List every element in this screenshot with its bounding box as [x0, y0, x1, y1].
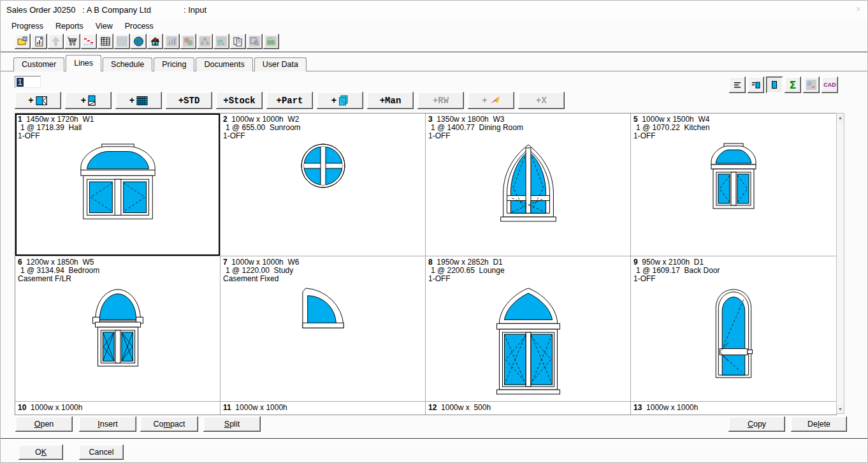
add-man-button[interactable]: +Man	[367, 92, 414, 109]
search-grid-icon[interactable]	[247, 34, 263, 49]
toolbar	[15, 34, 279, 50]
line-cell-13[interactable]: 13 1000w x 1000h	[631, 402, 836, 415]
grid-scrollbar[interactable]: ▲ ▼	[836, 113, 844, 414]
add-stock-button[interactable]: +Stock	[216, 92, 263, 109]
add-x-button[interactable]: +X	[518, 92, 565, 109]
mixed-view-icon	[806, 80, 816, 90]
line-cell-1[interactable]: 1 1450w x 1720h W1 1 @ 1718.39 Hall 1-OF…	[15, 114, 221, 256]
pie-chart-icon[interactable]	[180, 34, 196, 49]
line-cell-6[interactable]: 6 1200w x 1850h W5 1 @ 3134.94 Bedroom C…	[15, 256, 221, 402]
delivery-icon[interactable]	[213, 34, 229, 49]
window-drawing-arched-single-door	[631, 286, 836, 381]
line-cell-11[interactable]: 11 1000w x 1000h	[221, 402, 426, 415]
window-picture-icon	[769, 80, 779, 90]
compact-button[interactable]: Compact	[140, 416, 198, 432]
add-std-button[interactable]: +STD	[166, 92, 212, 109]
menu-bar: Progress Reports View Process	[1, 18, 868, 33]
house-icon[interactable]	[147, 34, 163, 49]
toolbar-separator	[1, 52, 867, 54]
chart-icon[interactable]	[164, 34, 180, 49]
open-button[interactable]: Open	[15, 416, 73, 432]
dialog-separator	[1, 438, 867, 441]
insert-button[interactable]: Insert	[79, 416, 136, 432]
tab-pricing[interactable]: Pricing	[154, 57, 194, 71]
casement-window-icon	[36, 96, 48, 106]
line-cell-5[interactable]: 5 1000w x 1500h W4 1 @ 1070.22 Kitchen 1…	[631, 114, 836, 256]
tab-schedule[interactable]: Schedule	[103, 57, 152, 71]
tab-user-data[interactable]: User Data	[254, 57, 307, 71]
window-drawing-semicircle-arch-casement	[15, 286, 220, 371]
line-cell-8[interactable]: 8 1950w x 2852h D1 1 @ 2200.65 Lounge 1-…	[426, 256, 631, 402]
menu-reports[interactable]: Reports	[50, 20, 90, 33]
line-cell-10[interactable]: 10 1000w x 1000h	[15, 402, 221, 415]
tab-documents[interactable]: Documents	[196, 57, 252, 71]
vertical-window-icon	[88, 95, 96, 106]
cancel-button[interactable]: Cancel	[79, 445, 124, 460]
network-icon[interactable]	[197, 34, 213, 49]
menu-process[interactable]: Process	[119, 20, 160, 33]
title-bar: Sales Order J0250 : A B Company Ltd : In…	[1, 1, 867, 18]
report-chart-icon[interactable]	[31, 34, 47, 49]
window-title: Sales Order J0250 : A B Company Ltd	[6, 5, 151, 15]
sales-order-window: { "titlebar": { "title": "Sales Order J0…	[0, 0, 868, 463]
line-cell-9[interactable]: 9 950w x 2100h D1 1 @ 1609.17 Back Door …	[631, 256, 836, 402]
line-number-input[interactable]: 1	[15, 76, 41, 88]
window-drawing-quarter-circle	[221, 286, 425, 330]
mixed-view-button[interactable]	[803, 77, 820, 93]
scroll-down-icon[interactable]: ▼	[837, 405, 844, 413]
window-drawing-ogee-arch-double-door	[426, 286, 630, 395]
table-icon[interactable]	[98, 34, 113, 49]
window-mode: : Input	[184, 5, 206, 15]
gantt-icon[interactable]	[81, 34, 97, 49]
add-casement-button[interactable]: +	[15, 92, 61, 109]
open-order-icon[interactable]	[15, 34, 31, 49]
window-drawing-arch-top-casement	[15, 143, 220, 223]
lines-grid: 1 1450w x 1720h W1 1 @ 1718.39 Hall 1-OF…	[15, 113, 837, 415]
line-cell-2[interactable]: 2 1000w x 1000h W2 1 @ 655.00 Sunroom 1-…	[221, 114, 426, 256]
window-design-icon[interactable]	[114, 34, 130, 49]
add-vertical-window-button[interactable]: +	[65, 92, 112, 109]
ok-button[interactable]: OK	[18, 445, 63, 460]
list-window-icon	[751, 80, 761, 90]
list-lines-icon	[732, 80, 742, 90]
tab-customer[interactable]: Customer	[13, 57, 64, 71]
tab-lines[interactable]: Lines	[66, 55, 101, 71]
totals-sigma-button[interactable]: Σ	[785, 77, 801, 93]
panels-icon	[338, 95, 349, 106]
add-part-button[interactable]: +Part	[266, 92, 313, 109]
add-rw-button[interactable]: +RW	[417, 92, 464, 109]
cad-icon: CAD	[823, 82, 836, 88]
cad-view-button[interactable]: CAD	[821, 77, 838, 93]
shopping-cart-icon[interactable]	[64, 34, 80, 49]
site-plan-icon[interactable]	[263, 34, 279, 49]
list-view-button[interactable]	[729, 77, 746, 93]
add-dart-button[interactable]: +	[468, 92, 514, 109]
delete-button[interactable]: Delete	[791, 416, 847, 432]
add-grid-window-button[interactable]: +	[115, 92, 162, 109]
picture-view-button[interactable]	[766, 77, 783, 93]
sigma-icon: Σ	[790, 79, 797, 91]
window-drawing-circle-cross	[221, 143, 425, 189]
menu-progress[interactable]: Progress	[6, 20, 50, 33]
dart-icon	[489, 96, 500, 105]
grid-window-icon	[136, 96, 148, 106]
add-button-row: + + + +STD +Stock +Part + +Man +RW + +X	[15, 92, 565, 109]
promote-icon[interactable]	[48, 34, 64, 49]
close-icon[interactable]: ×	[856, 4, 861, 14]
globe-icon[interactable]	[131, 34, 147, 49]
line-number-value: 1	[17, 78, 24, 87]
list-picture-button[interactable]	[748, 77, 764, 93]
copy-button[interactable]: Copy	[728, 416, 785, 432]
line-cell-7[interactable]: 7 1000w x 1000h W6 1 @ 1220.00 Study Cas…	[221, 256, 426, 402]
tab-strip: Customer Lines Schedule Pricing Document…	[13, 57, 308, 71]
add-panels-button[interactable]: +	[317, 92, 363, 109]
copy-doc-icon[interactable]	[230, 34, 246, 49]
split-button[interactable]: Split	[203, 416, 261, 432]
scroll-up-icon[interactable]: ▲	[837, 114, 844, 122]
line-cell-3[interactable]: 3 1350w x 1800h W3 1 @ 1400.77 Dining Ro…	[426, 114, 631, 256]
menu-view[interactable]: View	[90, 20, 119, 33]
window-drawing-gothic-arch	[426, 143, 630, 223]
window-drawing-small-arch-casement	[631, 143, 836, 214]
line-cell-12[interactable]: 12 1000w x 500h	[426, 402, 631, 415]
view-button-row: Σ CAD	[729, 77, 838, 93]
